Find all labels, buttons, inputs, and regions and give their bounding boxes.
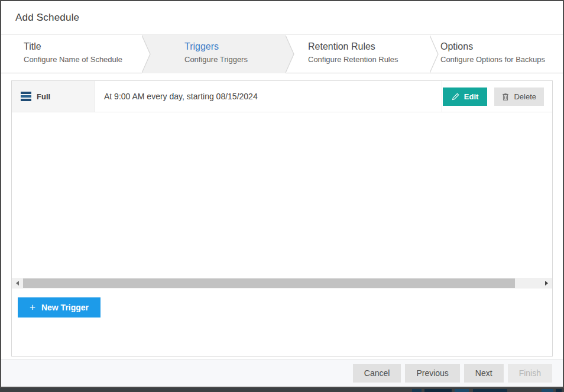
trigger-type-cell: Full	[12, 81, 95, 112]
step-chevron-icon	[430, 35, 439, 73]
backdrop-fragment	[473, 389, 507, 392]
edit-trigger-button[interactable]: Edit	[443, 88, 488, 106]
step-chevron-icon	[142, 35, 151, 73]
step-retention-rules-tab[interactable]: Retention Rules Configure Retention Rule…	[308, 41, 398, 64]
step-sublabel: Configure Retention Rules	[308, 55, 398, 64]
trigger-type-label: Full	[37, 92, 50, 101]
backdrop-fragment	[556, 389, 562, 392]
wizard-step-bar: Title Configure Name of Schedule Trigger…	[1, 34, 563, 73]
scroll-left-arrow-icon[interactable]	[12, 278, 22, 289]
next-button[interactable]: Next	[464, 364, 504, 383]
edit-button-label: Edit	[464, 92, 479, 101]
step-label: Options	[440, 41, 545, 52]
finish-button[interactable]: Finish	[508, 364, 552, 383]
previous-button[interactable]: Previous	[405, 364, 459, 383]
step-sublabel: Configure Triggers	[184, 55, 248, 64]
scrollbar-thumb[interactable]	[23, 278, 515, 288]
step-options-tab[interactable]: Options Configure Options for Backups	[440, 41, 545, 64]
scrollbar-track[interactable]	[22, 278, 542, 289]
screen: Add Schedule Title Configure Name of Sch…	[0, 0, 564, 392]
step-sublabel: Configure Name of Schedule	[24, 55, 122, 64]
step-title-tab[interactable]: Title Configure Name of Schedule	[24, 41, 122, 64]
triggers-list-panel: Full At 9:00 AM every day, starting 08/1…	[11, 80, 553, 357]
dialog-title: Add Schedule	[15, 12, 79, 24]
scroll-right-arrow-icon[interactable]	[542, 278, 552, 289]
new-trigger-label: New Trigger	[41, 303, 89, 312]
trigger-row: Full At 9:00 AM every day, starting 08/1…	[12, 81, 552, 112]
step-label: Title	[24, 41, 122, 52]
dialog-footer: Cancel Previous Next Finish	[1, 359, 563, 387]
step-sublabel: Configure Options for Backups	[440, 55, 545, 64]
plus-icon: +	[30, 302, 35, 313]
full-backup-stack-icon	[21, 92, 31, 101]
step-label: Retention Rules	[308, 41, 398, 52]
backdrop-fragment	[542, 389, 553, 392]
delete-trigger-button[interactable]: Delete	[494, 88, 544, 106]
delete-button-label: Delete	[514, 92, 536, 101]
step-triggers-tab[interactable]: Triggers Configure Triggers	[184, 41, 248, 64]
dialog-header: Add Schedule	[1, 1, 563, 34]
pencil-icon	[452, 93, 459, 101]
step-label: Triggers	[184, 41, 248, 52]
trash-icon	[502, 93, 509, 101]
add-schedule-dialog: Add Schedule Title Configure Name of Sch…	[0, 0, 564, 388]
trigger-actions: Edit Delete	[442, 81, 552, 112]
backdrop-fragment	[424, 389, 452, 392]
cancel-button[interactable]: Cancel	[353, 364, 401, 383]
backdrop-fragment	[455, 389, 469, 392]
horizontal-scrollbar[interactable]	[12, 278, 552, 289]
trigger-description: At 9:00 AM every day, starting 08/15/202…	[95, 81, 442, 112]
new-trigger-button[interactable]: + New Trigger	[18, 297, 101, 318]
backdrop-fragment	[412, 389, 422, 392]
step-chevron-icon	[286, 35, 295, 73]
